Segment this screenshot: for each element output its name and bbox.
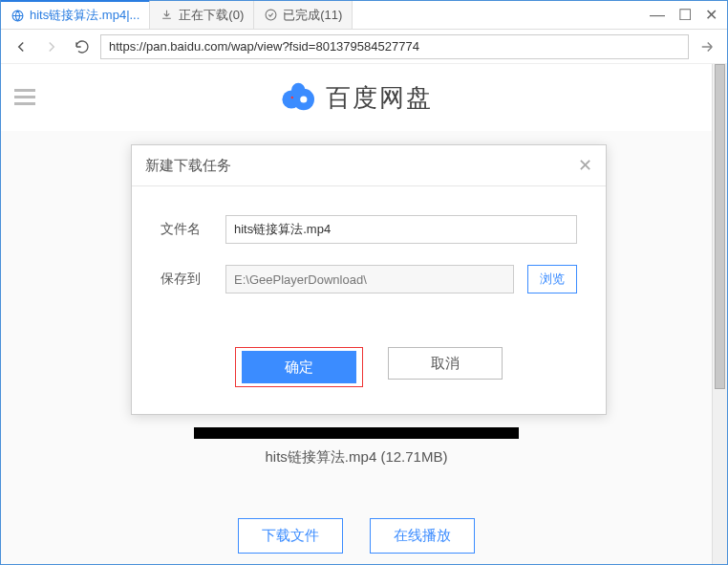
save-to-label: 保存到 (161, 271, 212, 288)
play-online-button[interactable]: 在线播放 (370, 518, 475, 554)
filename-row: 文件名 (161, 215, 577, 244)
site-logo-text: 百度网盘 (326, 81, 433, 115)
filename-label: 文件名 (161, 221, 212, 238)
confirm-button-highlight: 确定 (235, 347, 363, 387)
svg-point-4 (291, 83, 305, 97)
video-preview-bar (194, 427, 519, 439)
svg-point-1 (266, 10, 276, 20)
dialog-body: 文件名 保存到 浏览 (132, 186, 606, 334)
file-info: hits链接算法.mp4 (12.71MB) (58, 448, 654, 467)
save-to-input[interactable] (225, 265, 514, 293)
check-circle-icon (264, 9, 277, 22)
file-name: hits链接算法.mp4 (266, 448, 377, 465)
close-button[interactable]: ✕ (705, 6, 717, 24)
go-button[interactable] (695, 34, 719, 59)
filename-input[interactable] (225, 215, 577, 244)
site-logo: 百度网盘 (280, 78, 433, 117)
new-download-dialog: 新建下载任务 ✕ 文件名 保存到 浏览 确定 取消 (131, 144, 607, 415)
action-buttons: 下载文件 在线播放 (1, 518, 712, 554)
save-to-row: 保存到 浏览 (161, 265, 577, 293)
tab-downloading[interactable]: 正在下载(0) (150, 1, 254, 29)
minimize-button[interactable]: — (650, 7, 665, 24)
file-size: 12.71MB (385, 448, 442, 465)
dialog-close-icon[interactable]: ✕ (578, 155, 592, 176)
window-controls: — ☐ ✕ (650, 1, 727, 29)
tab-completed[interactable]: 已完成(11) (254, 1, 353, 29)
dialog-header: 新建下载任务 ✕ (132, 145, 606, 186)
reload-button[interactable] (70, 34, 95, 59)
download-icon (160, 9, 173, 22)
page-header: 百度网盘 (1, 64, 712, 131)
globe-icon (11, 9, 24, 22)
hamburger-menu-icon[interactable] (14, 89, 35, 109)
svg-point-5 (300, 96, 307, 102)
tab-label: 正在下载(0) (179, 7, 244, 24)
tab-label: 已完成(11) (283, 7, 342, 24)
tab-label: hits链接算法.mp4|... (30, 7, 139, 24)
browser-window: hits链接算法.mp4|... 正在下载(0) 已完成(11) — ☐ ✕ (0, 0, 728, 565)
dialog-title: 新建下载任务 (145, 157, 231, 175)
svg-point-6 (291, 97, 293, 98)
dialog-footer: 确定 取消 (132, 334, 606, 414)
scrollbar-thumb[interactable] (715, 64, 725, 389)
baidu-netdisk-logo-icon (280, 78, 318, 117)
tab-bar: hits链接算法.mp4|... 正在下载(0) 已完成(11) — ☐ ✕ (1, 1, 727, 30)
cancel-button[interactable]: 取消 (388, 347, 503, 380)
forward-button[interactable] (39, 34, 64, 59)
browse-button[interactable]: 浏览 (527, 265, 577, 293)
nav-bar: https://pan.baidu.com/wap/view?fsid=8013… (1, 30, 727, 64)
url-bar[interactable]: https://pan.baidu.com/wap/view?fsid=8013… (100, 34, 689, 59)
download-file-button[interactable]: 下载文件 (238, 518, 343, 554)
file-preview: hits链接算法.mp4 (12.71MB) (1, 427, 712, 467)
vertical-scrollbar[interactable] (712, 64, 727, 564)
maximize-button[interactable]: ☐ (678, 6, 692, 24)
back-button[interactable] (9, 34, 33, 59)
confirm-button[interactable]: 确定 (242, 351, 356, 383)
tab-current-page[interactable]: hits链接算法.mp4|... (1, 0, 150, 29)
url-text: https://pan.baidu.com/wap/view?fsid=8013… (109, 39, 419, 54)
